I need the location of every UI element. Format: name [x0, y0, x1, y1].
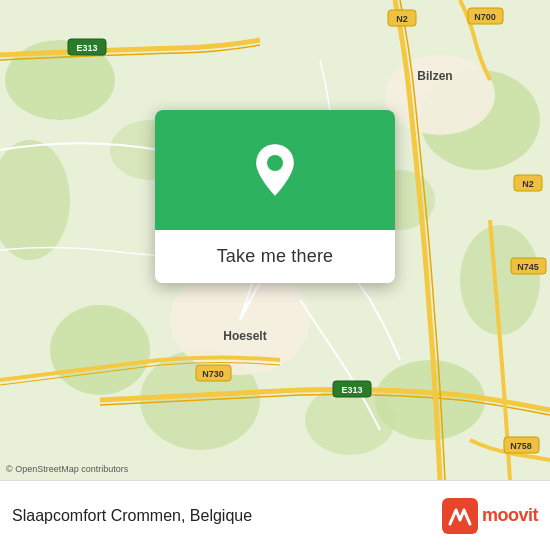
svg-point-12: [385, 55, 495, 135]
popup-map-preview: [155, 110, 395, 230]
take-me-there-button[interactable]: Take me there: [209, 242, 342, 271]
svg-text:N2: N2: [396, 14, 408, 24]
svg-text:N2: N2: [522, 179, 534, 189]
place-name: Slaapcomfort Crommen, Belgique: [12, 507, 442, 525]
svg-text:N758: N758: [510, 441, 532, 451]
svg-text:E313: E313: [76, 43, 97, 53]
location-pin-icon: [251, 142, 299, 198]
svg-text:Bilzen: Bilzen: [417, 69, 452, 83]
popup-button-area[interactable]: Take me there: [155, 230, 395, 283]
svg-text:E313: E313: [341, 385, 362, 395]
bottom-bar: Slaapcomfort Crommen, Belgique moovit: [0, 480, 550, 550]
svg-text:N730: N730: [202, 369, 224, 379]
svg-point-3: [50, 305, 150, 395]
svg-text:© OpenStreetMap contributors: © OpenStreetMap contributors: [6, 464, 129, 474]
moovit-text: moovit: [482, 505, 538, 526]
svg-text:N700: N700: [474, 12, 496, 22]
moovit-icon: [442, 498, 478, 534]
svg-text:Hoeselt: Hoeselt: [223, 329, 266, 343]
svg-point-34: [267, 155, 283, 171]
svg-text:N745: N745: [517, 262, 539, 272]
location-popup: Take me there: [155, 110, 395, 283]
map-container: E313 E313 N2 N2 N730 N745 N758 N700 Bilz…: [0, 0, 550, 480]
moovit-logo: moovit: [442, 498, 538, 534]
